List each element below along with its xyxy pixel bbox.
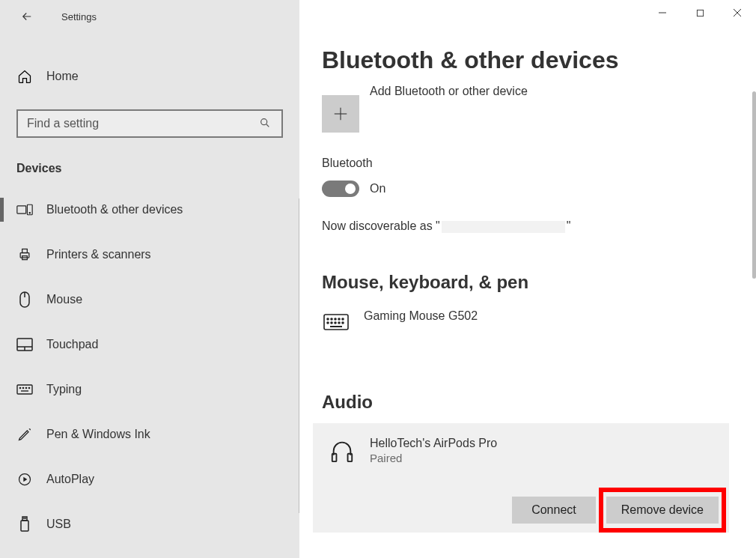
svg-point-36 <box>331 322 332 324</box>
svg-point-16 <box>28 387 29 388</box>
svg-point-0 <box>261 119 267 125</box>
section-header-mkb: Mouse, keyboard, & pen <box>322 272 756 293</box>
devices-icon <box>16 201 33 218</box>
svg-point-32 <box>335 318 336 320</box>
bluetooth-label: Bluetooth <box>322 157 756 170</box>
sidebar-item-mouse[interactable]: Mouse <box>0 277 299 322</box>
titlebar: Settings <box>0 0 299 33</box>
page-title: Bluetooth & other devices <box>322 46 756 74</box>
svg-point-33 <box>338 318 340 320</box>
sidebar-item-autoplay[interactable]: AutoPlay <box>0 457 299 502</box>
sidebar-item-pen[interactable]: Pen & Windows Ink <box>0 412 299 457</box>
sidebar-item-typing[interactable]: Typing <box>0 367 299 412</box>
device-row[interactable]: Gaming Mouse G502 <box>322 305 756 338</box>
svg-rect-1 <box>17 206 26 213</box>
add-device-label: Add Bluetooth or other device <box>370 83 528 98</box>
home-nav[interactable]: Home <box>0 60 299 93</box>
svg-point-13 <box>19 387 20 388</box>
sidebar-item-touchpad[interactable]: Touchpad <box>0 322 299 367</box>
scrollbar[interactable] <box>752 91 756 279</box>
back-button[interactable] <box>16 6 37 27</box>
touchpad-icon <box>16 336 33 353</box>
audio-device-name: HelloTech's AirPods Pro <box>370 437 497 450</box>
svg-point-15 <box>25 387 26 388</box>
nav-list: Bluetooth & other devices Printers & sca… <box>0 187 299 547</box>
svg-rect-24 <box>697 10 703 16</box>
svg-rect-20 <box>21 521 28 531</box>
sidebar-item-label: Typing <box>46 383 82 396</box>
svg-point-30 <box>327 318 329 320</box>
window-title: Settings <box>61 11 97 22</box>
sidebar: Settings Home Devices <box>0 0 299 558</box>
close-button[interactable] <box>719 0 756 25</box>
audio-device-card[interactable]: HelloTech's AirPods Pro Paired Connect R… <box>313 423 729 533</box>
remove-device-button[interactable]: Remove device <box>606 497 719 524</box>
main-content: Bluetooth & other devices Add Bluetooth … <box>299 0 756 558</box>
headphones-icon <box>328 437 356 465</box>
sidebar-item-printers[interactable]: Printers & scanners <box>0 232 299 277</box>
svg-rect-42 <box>348 454 353 461</box>
sidebar-item-label: Printers & scanners <box>46 248 151 261</box>
svg-point-39 <box>342 322 344 324</box>
home-icon <box>16 68 33 85</box>
section-header-audio: Audio <box>322 392 756 413</box>
svg-rect-12 <box>17 385 32 394</box>
keyboard-device-icon <box>322 311 350 333</box>
pen-icon <box>16 426 33 443</box>
bluetooth-state: On <box>370 182 385 195</box>
sidebar-item-label: USB <box>46 518 71 531</box>
device-name: Gaming Mouse G502 <box>364 309 478 323</box>
discoverable-text: Now discoverable as "" <box>322 219 756 233</box>
svg-point-31 <box>331 318 332 320</box>
minimize-button[interactable] <box>644 0 681 25</box>
mouse-icon <box>16 291 33 308</box>
bluetooth-toggle[interactable] <box>322 181 359 197</box>
home-label: Home <box>46 70 79 83</box>
connect-button[interactable]: Connect <box>512 497 596 524</box>
add-device-button[interactable]: Add Bluetooth or other device <box>322 95 756 133</box>
svg-point-35 <box>327 322 329 324</box>
printer-icon <box>16 246 33 263</box>
svg-point-3 <box>29 213 30 213</box>
svg-point-38 <box>338 322 340 324</box>
sidebar-item-usb[interactable]: USB <box>0 502 299 547</box>
sidebar-item-label: Mouse <box>46 293 82 306</box>
plus-icon <box>322 95 359 133</box>
sidebar-item-label: Touchpad <box>46 338 98 351</box>
redacted-device-name <box>442 221 565 233</box>
keyboard-icon <box>16 381 33 398</box>
svg-point-14 <box>22 387 23 388</box>
svg-point-37 <box>335 322 336 324</box>
sidebar-item-bluetooth[interactable]: Bluetooth & other devices <box>0 187 299 232</box>
svg-point-34 <box>342 318 344 320</box>
svg-rect-41 <box>332 454 337 461</box>
search-box[interactable] <box>16 109 283 138</box>
svg-rect-5 <box>22 249 28 253</box>
window-controls <box>644 0 756 25</box>
sidebar-item-label: AutoPlay <box>46 473 94 486</box>
maximize-button[interactable] <box>681 0 719 25</box>
autoplay-icon <box>16 471 33 488</box>
category-label: Devices <box>16 162 299 175</box>
audio-device-status: Paired <box>370 452 497 464</box>
sidebar-item-label: Bluetooth & other devices <box>46 203 183 216</box>
svg-rect-4 <box>20 253 29 258</box>
search-input[interactable] <box>27 117 259 130</box>
sidebar-item-label: Pen & Windows Ink <box>46 428 150 441</box>
usb-icon <box>16 516 33 533</box>
search-icon <box>259 117 272 130</box>
